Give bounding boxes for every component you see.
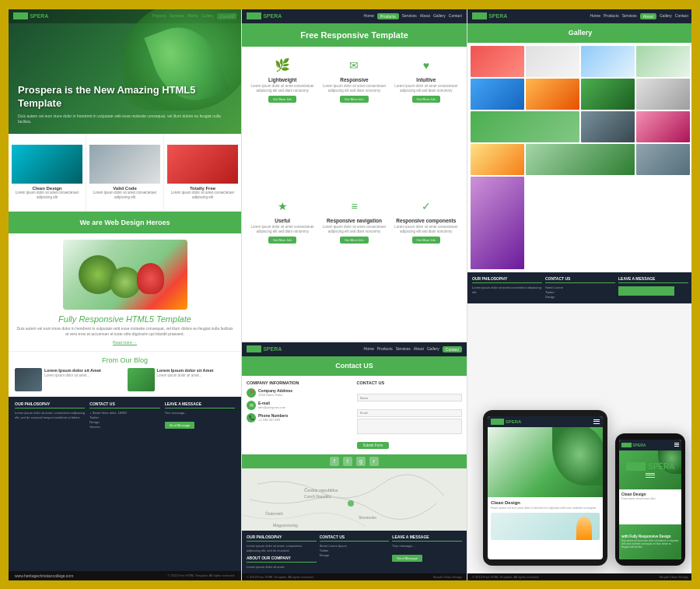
responsive-title: Fully Responsive HTML5 Template [58,314,191,324]
rss-icon[interactable]: r [369,457,379,466]
footer-contact-heading: Contact Us [89,401,159,408]
phone-content-title: Clean Design [621,492,679,496]
contact-navbar: PRO SPERA Home Products Services About G… [242,342,467,356]
menu-icon: ≡ [345,197,363,216]
get-more-btn-3[interactable]: Get More Info [412,96,440,103]
responsive-link[interactable]: Read more → [113,340,137,345]
feature-item-2: Valid Code Lorem ipsum dolor sit amet co… [86,134,164,211]
feature-card-3: ♥ Intuitive Lorem ipsum dolor sit amet c… [390,53,462,194]
feature-img-1 [12,145,82,184]
google-icon[interactable]: g [356,457,366,466]
tablet-screen: PRO SPERA Clean Design [488,416,603,559]
gallery-item-14[interactable] [636,144,690,175]
kiwi-2 [110,267,141,298]
gallery-item-7[interactable] [581,79,635,110]
get-more-btn-1[interactable]: Get More Info [268,96,296,103]
phil-contact-heading: Contact Us [545,276,615,283]
gallery-item-4[interactable] [636,46,690,77]
contact-message-textarea[interactable] [357,419,463,434]
get-more-btn-2[interactable]: Get More Info [340,96,368,103]
email-text: info@prospera.com [258,405,285,410]
feature-card-6: ✓ Responsive components Lorem ipsum dolo… [390,194,462,335]
feature-card-text-2: Lorem ipsum dolor sit amet consectetuer … [321,84,387,94]
footer-philosophy: Our Philosophy Lorem ipsum dolor sit ame… [15,401,85,566]
gallery-header: Gallery [467,23,693,43]
get-more-btn-6[interactable]: Get More Info [412,237,440,244]
blog-title: From Our Blog [15,356,235,364]
footer2-philosophy-heading: Our Philosophy [247,535,317,542]
gallery-nav-links: Home Products Services About Gallery Con… [590,13,688,19]
email-icon: ✉ [250,402,254,408]
blog-thumb-1 [15,368,42,391]
get-more-btn-4[interactable]: Get More Info [268,237,296,244]
footer2-contact-heading: Contact Us [320,535,390,542]
feature-card-title-2: Responsive [340,77,369,82]
gallery-item-1[interactable] [471,46,524,77]
feature-text-1: Lorem ipsum dolor sit amet consectetuer … [12,191,82,200]
footer2-about-heading: About Our Company Lorem ipsum dolor sit … [247,556,317,570]
footer-col2-philosophy: Our Philosophy Lorem ipsum dolor sit ame… [247,535,317,570]
footer-philosophy-heading: Our Philosophy [15,401,85,408]
footer-send-btn[interactable]: Send Message [165,422,195,429]
tablet-hamburger-icon[interactable] [593,419,600,424]
gallery-item-9[interactable] [471,111,579,142]
footer-columns: Our Philosophy Lorem ipsum dolor sit ame… [15,401,235,566]
tablet-content-title: Clean Design [491,500,600,505]
phone-green-section: with Fully Responsive Design Duis autem … [619,524,681,559]
phone-hamburger-icon[interactable] [674,443,679,447]
free-template-page: PRO SPERA Home Products Services About G… [242,9,467,341]
blog-thumb-2 [128,368,155,391]
tablet-content-text: Fusce autem vel eum iriure dolor in hend… [491,507,600,510]
feature-card-title-5: Responsive navigation [327,218,382,223]
contact-page: PRO SPERA Home Products Services About G… [242,341,467,580]
gallery-item-6[interactable] [526,79,579,110]
message-bar [618,286,674,296]
map-area: Česká republika Czech Republic Österreic… [242,468,467,531]
gallery-item-8[interactable] [636,79,690,110]
twitter-icon[interactable]: t [343,457,352,466]
tablet-hero-leaf [552,427,603,486]
phone-green-subtext: Duis autem vel eum iriure dolor in hendr… [621,539,679,549]
gallery-item-12[interactable] [471,144,524,175]
gallery-item-10[interactable] [581,111,635,142]
gallery-item-5[interactable] [471,79,524,110]
footer-col3-bottom: © 2013 Free HTML Template. All rights re… [467,573,693,580]
email-circle: ✉ [247,401,256,410]
phone-content: Clean Design Fusce autem vel eum iriure … [619,489,681,524]
devices-section: PRO SPERA Clean Design [467,303,693,573]
philosophy-heading: Our Philosophy [472,276,542,283]
green-banner-text: We are Web Design Heroes [79,219,170,226]
map-background: Česká republika Czech Republic Österreic… [242,468,467,531]
company-info-heading: Company Information [247,380,352,385]
contact-email: ✉ E-mail info@prospera.com [247,401,352,410]
philosophy-contact-col: Contact Us Street LoremTwitterDesign [545,276,615,300]
footer-col2: Our Philosophy Lorem ipsum dolor sit ame… [242,531,467,573]
column-1: PRO SPERA Projects Services Works Galler… [9,9,242,580]
gallery-logo: PRO SPERA [472,13,507,19]
footer-col2-message: Leave a Message Your message... Send Mes… [392,535,462,570]
gallery-item-2[interactable] [526,46,579,77]
contact-us-heading: Contact Us [357,380,463,385]
submit-btn[interactable]: Submit Form [357,442,390,449]
svg-text:Česká republika: Česká republika [304,488,338,493]
get-more-btn-5[interactable]: Get More Info [340,237,368,244]
envelope-icon: ✉ [345,56,363,75]
address-icon: 📍 [249,390,254,395]
blog-post-title-1: Lorem Ipsum dolor sit Amet [44,368,101,373]
contact-title: Contact US [335,362,373,370]
gallery-item-3[interactable] [581,46,635,77]
gallery-item-13[interactable] [526,144,635,175]
free-template-logo: PRO SPERA [247,13,282,19]
facebook-icon[interactable]: f [330,457,339,466]
gallery-item-11[interactable] [636,111,690,142]
contact-name-input[interactable] [357,394,463,401]
feature-card-text-6: Lorem ipsum dolor sit amet consectetuer … [394,225,459,235]
gallery-item-15[interactable] [471,177,524,270]
philosophy-message-col: Leave a Message [618,276,688,300]
column-2: PRO SPERA Home Products Services About G… [242,9,467,580]
phone-icon: 📞 [249,415,254,420]
contact-form: Contact Us Submit Form [357,380,463,450]
tablet-person [576,517,592,540]
contact-email-input[interactable] [357,409,463,417]
contact-form-area: Company Information 📍 Company Address 12… [242,376,467,454]
